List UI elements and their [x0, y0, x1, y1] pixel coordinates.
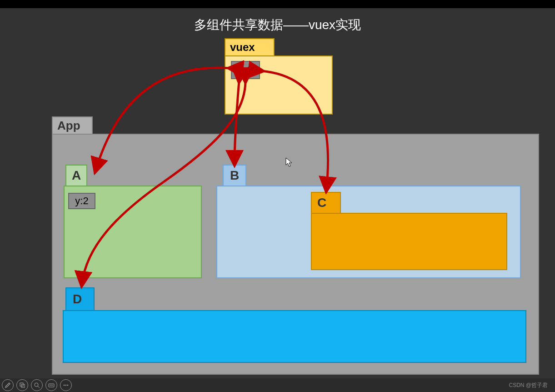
component-a-tab: A [65, 165, 87, 186]
component-a-data: y:2 [68, 193, 95, 209]
copy-icon[interactable] [16, 379, 28, 391]
diagram-canvas: vuex x:1 App A y:2 B C D [0, 0, 555, 392]
svg-point-7 [65, 385, 66, 386]
watermark: CSDN @哲子君 [509, 382, 548, 389]
svg-point-8 [67, 385, 68, 386]
zoom-icon[interactable] [31, 379, 43, 391]
vuex-tab: vuex [225, 38, 275, 56]
bottom-toolbar [0, 378, 555, 392]
component-b-tab: B [223, 165, 246, 186]
edit-icon[interactable] [2, 379, 14, 391]
keyboard-icon[interactable] [45, 379, 57, 391]
svg-line-3 [38, 386, 40, 388]
component-c-body [311, 213, 507, 270]
component-d-body [63, 310, 526, 363]
app-tab: App [52, 116, 93, 135]
vuex-state-box: x:1 [231, 61, 260, 79]
more-icon[interactable] [60, 379, 72, 391]
svg-point-2 [35, 383, 38, 387]
svg-point-6 [64, 385, 65, 386]
component-c-tab: C [311, 192, 341, 214]
component-d-tab: D [65, 287, 95, 311]
